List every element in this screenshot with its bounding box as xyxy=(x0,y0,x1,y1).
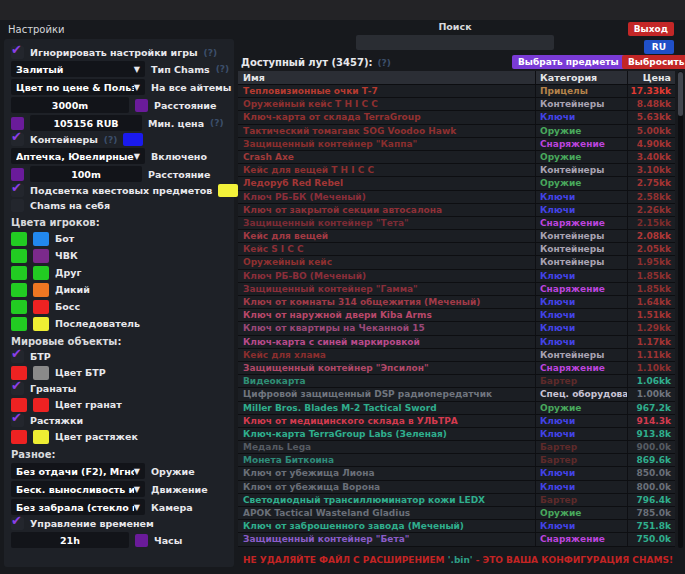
loot-table-row[interactable]: Оружейный кейс T H I C CКонтейнеры8.48kk xyxy=(238,98,675,111)
player-color-swatch-1[interactable] xyxy=(11,283,27,297)
loot-table-row[interactable]: Оружейный кейсКонтейнеры1.95kk xyxy=(238,256,675,269)
table-scrollbar-thumb[interactable] xyxy=(678,72,683,116)
player-color-swatch-1[interactable] xyxy=(11,232,27,246)
weapon-dropdown[interactable]: Без отдачи (F2), Мгновенное п ▼ xyxy=(11,463,145,479)
tripwire-color-swatch-1[interactable] xyxy=(11,430,27,444)
camera-dropdown[interactable]: Без забрала (стекло шлема) ▼ xyxy=(11,499,145,515)
exit-button[interactable]: Выход xyxy=(628,22,674,36)
quest-highlight-color-swatch[interactable] xyxy=(218,184,238,197)
loot-table-row[interactable]: Ледоруб Red RebelОружие2.75kk xyxy=(238,177,675,190)
loot-table-row[interactable]: Ключ от убежища ВоронаКлючи800.0k xyxy=(238,481,675,494)
loot-table-row[interactable]: Защищенный контейнер "Тета"Снаряжение2.1… xyxy=(238,217,675,230)
loot-table-row[interactable]: Светодиодный трансиллюминатор кожи LEDXБ… xyxy=(238,494,675,507)
player-color-swatch-2[interactable] xyxy=(33,283,49,297)
loot-table-row[interactable]: Цифровой защищенный DSP радиопередатчикС… xyxy=(238,388,675,401)
player-color-swatch-1[interactable] xyxy=(11,266,27,280)
containers-distance-color-swatch[interactable] xyxy=(11,168,24,181)
player-color-swatch-1[interactable] xyxy=(11,300,27,314)
hint-icon[interactable]: (?) xyxy=(204,48,217,58)
quest-highlight-checkbox[interactable]: ✔ xyxy=(11,184,24,197)
hours-color-swatch[interactable] xyxy=(135,534,148,547)
distance-color-swatch[interactable] xyxy=(135,99,148,112)
loot-table-row[interactable]: Тактический томагавк SOG Voodoo HawkОруж… xyxy=(238,125,675,138)
loot-table-row[interactable]: Ключ РБ-ВО (Меченый)Ключи1.85kk xyxy=(238,270,675,283)
player-color-swatch-2[interactable] xyxy=(33,266,49,280)
btr-checkbox[interactable]: ✔ xyxy=(11,350,24,363)
column-header-name[interactable]: Имя xyxy=(238,71,535,84)
loot-table-row[interactable]: Ключ от заброшенного завода (Меченый)Клю… xyxy=(238,520,675,533)
loot-table-row[interactable]: Монета БиткоинаБартер869.6k xyxy=(238,454,675,467)
color-mode-dropdown[interactable]: Цвет по цене & Пользователь ▼ xyxy=(11,79,145,95)
loot-table-row[interactable]: Ключ-карта TerraGroup Labs (Зеленая)Ключ… xyxy=(238,428,675,441)
btr-color-label: Цвет БТР xyxy=(55,367,106,378)
hours-input[interactable] xyxy=(11,532,129,548)
loot-table-row[interactable]: Ключ от медицинского склада в УЛЬТРАКлюч… xyxy=(238,415,675,428)
loot-table-row[interactable]: Защищенный контейнер "Бета"Снаряжение750… xyxy=(238,533,675,546)
drop-all-button[interactable]: Выбросить все xyxy=(622,55,685,69)
loot-table-row[interactable]: Ключ от квартиры на Чеканной 15Ключи1.29… xyxy=(238,322,675,335)
loot-item-price: 800.0k xyxy=(627,481,675,493)
column-header-price[interactable]: Цена xyxy=(627,71,675,84)
min-price-input[interactable] xyxy=(30,115,142,131)
loot-table-row[interactable]: Защищенный контейнер "Каппа"Снаряжение4.… xyxy=(238,138,675,151)
hint-icon[interactable]: (?) xyxy=(377,58,390,68)
loot-item-price: 1.17kk xyxy=(627,336,675,348)
loot-table-row[interactable]: Ключ от наружной двери Kiba ArmsКлючи1.5… xyxy=(238,309,675,322)
loot-table-row[interactable]: Ключ-карта от склада TerraGroupКлючи5.63… xyxy=(238,111,675,124)
loot-table-row[interactable]: Кейс для вещейКонтейнеры2.08kk xyxy=(238,230,675,243)
grenade-color-swatch-2[interactable] xyxy=(33,398,49,412)
loot-table-row[interactable]: Кейс для вещей T H I C CКонтейнеры3.10kk xyxy=(238,164,675,177)
language-button[interactable]: RU xyxy=(644,40,674,54)
loot-table-row[interactable]: APOK Tactical Wasteland GladiusОружие785… xyxy=(238,507,675,520)
btr-color-swatch-2[interactable] xyxy=(33,366,49,380)
loot-table-row[interactable]: Ключ РБ-БК (Меченый)Ключи2.58kk xyxy=(238,191,675,204)
table-scrollbar[interactable] xyxy=(678,71,683,548)
player-color-swatch-1[interactable] xyxy=(11,249,27,263)
chams-type-dropdown[interactable]: Залитый ▼ xyxy=(11,61,145,77)
containers-filter-dropdown[interactable]: Аптечка, Ювелирные и... ▼ xyxy=(11,148,145,164)
containers-distance-input[interactable] xyxy=(30,166,142,182)
loot-table-row[interactable]: Защищенный контейнер "Эпсилон"Снаряжение… xyxy=(238,362,675,375)
player-color-swatch-1[interactable] xyxy=(11,317,27,331)
tripwire-color-swatch-2[interactable] xyxy=(33,430,49,444)
loot-table-row[interactable]: Ключ от закрытой секции автосалонаКлючи2… xyxy=(238,204,675,217)
containers-checkbox[interactable]: ✔ xyxy=(11,133,24,146)
player-color-swatch-2[interactable] xyxy=(33,300,49,314)
chams-type-value: Залитый xyxy=(16,64,64,75)
search-input[interactable] xyxy=(356,35,554,50)
loot-table-row[interactable]: Медаль LegaБартер900.0k xyxy=(238,441,675,454)
time-control-checkbox[interactable]: ✔ xyxy=(11,517,24,530)
player-color-swatch-2[interactable] xyxy=(33,317,49,331)
ignore-game-settings-checkbox[interactable]: ✔ xyxy=(11,46,24,59)
hint-icon[interactable]: (?) xyxy=(104,135,117,145)
min-price-color-swatch[interactable] xyxy=(11,117,24,130)
grenades-checkbox[interactable]: ✔ xyxy=(11,382,24,395)
player-color-swatch-2[interactable] xyxy=(33,249,49,263)
loot-table-row[interactable]: Защищенный контейнер "Гамма"Снаряжение1.… xyxy=(238,283,675,296)
loot-table-row[interactable]: Crash AxeОружие3.40kk xyxy=(238,151,675,164)
containers-distance-row: Расстояние xyxy=(11,166,227,182)
loot-table-row[interactable]: Кейс S I C CКонтейнеры2.05kk xyxy=(238,243,675,256)
loot-table-row[interactable]: Ключ-карта с синей маркировкойКлючи1.17k… xyxy=(238,336,675,349)
tripwires-checkbox[interactable]: ✔ xyxy=(11,414,24,427)
column-header-category[interactable]: Категория xyxy=(535,71,627,84)
chams-self-checkbox[interactable] xyxy=(11,199,24,212)
loot-table-row[interactable]: Кейс для хламаКонтейнеры1.11kk xyxy=(238,349,675,362)
loot-item-category: Ключи xyxy=(535,481,627,493)
containers-color-swatch[interactable] xyxy=(123,133,143,146)
player-color-swatch-2[interactable] xyxy=(33,232,49,246)
hint-icon[interactable]: (?) xyxy=(216,64,229,74)
chevron-down-icon: ▼ xyxy=(134,503,140,512)
hint-icon[interactable]: (?) xyxy=(210,118,223,128)
loot-table-row[interactable]: Miller Bros. Blades M-2 Tactical SwordОр… xyxy=(238,402,675,415)
loot-item-price: 750.0k xyxy=(627,533,675,545)
settings-panel: ✔ Игнорировать настройки игры (?) Залиты… xyxy=(4,39,234,567)
loot-table-row[interactable]: Ключ от комнаты 314 общежития (Меченый)К… xyxy=(238,296,675,309)
distance-input[interactable] xyxy=(11,97,129,113)
camera-row: Без забрала (стекло шлема) ▼ Камера xyxy=(11,499,227,515)
movement-dropdown[interactable]: Беск. выносливость и нет уста: ▼ xyxy=(11,481,145,497)
loot-table-row[interactable]: Тепловизионные очки Т-7Прицелы17.33kk xyxy=(238,85,675,98)
loot-item-price: 17.33kk xyxy=(627,85,675,97)
loot-table-row[interactable]: ВидеокартаБартер1.06kk xyxy=(238,375,675,388)
loot-table-row[interactable]: Ключ от убежища ЛионаКлючи850.0k xyxy=(238,467,675,480)
